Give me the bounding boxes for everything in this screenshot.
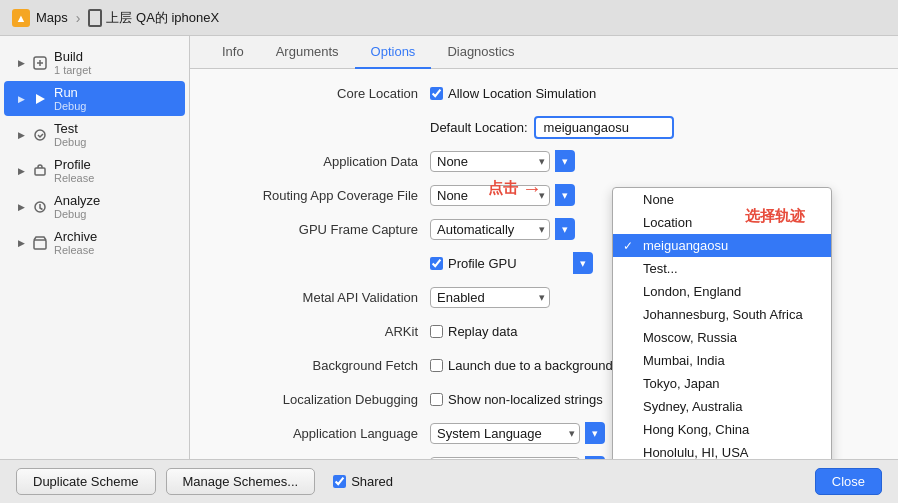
routing-select[interactable]: None <box>430 185 550 206</box>
app-language-select[interactable]: System Language <box>430 423 580 444</box>
allow-location-checkbox[interactable] <box>430 87 443 100</box>
app-region-wrapper: System Region <box>430 457 580 460</box>
label-core-location: Core Location <box>210 86 430 101</box>
dropdown-label-none: None <box>643 192 674 207</box>
app-language-wrapper: System Language <box>430 423 580 444</box>
archive-icon <box>32 235 48 251</box>
gpu-capture-wrapper: Automatically <box>430 219 550 240</box>
manage-schemes-button[interactable]: Manage Schemes... <box>166 468 316 495</box>
sidebar-item-profile[interactable]: ▶ Profile Release <box>4 153 185 188</box>
expand-icon-test: ▶ <box>16 130 26 140</box>
dropdown-item-none[interactable]: None <box>613 188 831 211</box>
svg-rect-5 <box>34 240 46 249</box>
allow-location-label[interactable]: Allow Location Simulation <box>430 86 596 101</box>
label-gpu-capture: GPU Frame Capture <box>210 222 430 237</box>
dropdown-item-johannesburg[interactable]: Johannesburg, South Africa <box>613 303 831 326</box>
sidebar: ▶ Build 1 target ▶ Run Debug ▶ <box>0 36 190 459</box>
form-area: Core Location Allow Location Simulation … <box>190 69 898 459</box>
device-label: 上层 QA的 iphoneX <box>88 9 219 27</box>
dropdown-item-tokyo[interactable]: Tokyo, Japan <box>613 372 831 395</box>
form-row-app-data: Application Data None ▾ <box>210 149 878 173</box>
metal-wrapper: Enabled <box>430 287 550 308</box>
sidebar-item-analyze[interactable]: ▶ Analyze Debug <box>4 189 185 224</box>
tabs-bar: Info Arguments Options Diagnostics <box>190 36 898 69</box>
app-data-select-wrapper: None <box>430 151 550 172</box>
app-region-arrow[interactable]: ▾ <box>585 456 605 459</box>
sidebar-item-build[interactable]: ▶ Build 1 target <box>4 45 185 80</box>
app-region-select[interactable]: System Region <box>430 457 580 460</box>
gpu-capture-select[interactable]: Automatically <box>430 219 550 240</box>
build-icon <box>32 55 48 71</box>
profile-gpu-checkbox[interactable] <box>430 257 443 270</box>
expand-icon-run: ▶ <box>16 94 26 104</box>
expand-icon: ▶ <box>16 58 26 68</box>
dropdown-item-honolulu[interactable]: Honolulu, HI, USA <box>613 441 831 459</box>
metal-select[interactable]: Enabled <box>430 287 550 308</box>
profile-gpu-arrow[interactable]: ▾ <box>573 252 593 274</box>
dropdown-item-moscow[interactable]: Moscow, Russia <box>613 326 831 349</box>
dropdown-item-test[interactable]: Test... <box>613 257 831 280</box>
bottom-bar: Duplicate Scheme Manage Schemes... Share… <box>0 459 898 503</box>
shared-container: Shared <box>333 474 393 489</box>
svg-marker-1 <box>36 94 45 104</box>
gpu-capture-arrow[interactable]: ▾ <box>555 218 575 240</box>
sidebar-item-test[interactable]: ▶ Test Debug <box>4 117 185 152</box>
profile-gpu-text: Profile GPU <box>448 256 517 271</box>
shared-checkbox[interactable] <box>333 475 346 488</box>
label-localization: Localization Debugging <box>210 392 430 407</box>
label-metal: Metal API Validation <box>210 290 430 305</box>
dropdown-item-location[interactable]: Location <box>613 211 831 234</box>
sidebar-item-profile-name: Profile <box>54 157 94 172</box>
label-arkit: ARKit <box>210 324 430 339</box>
tab-diagnostics[interactable]: Diagnostics <box>431 36 530 69</box>
routing-arrow[interactable]: ▾ <box>555 184 575 206</box>
dropdown-label-meiguangaosu: meiguangaosu <box>643 238 728 253</box>
control-app-data: None ▾ <box>430 150 878 172</box>
dropdown-label-location: Location <box>643 215 692 230</box>
location-dropdown: None Location ✓ meiguangaosu Test... Lon… <box>612 187 832 459</box>
app-language-arrow[interactable]: ▾ <box>585 422 605 444</box>
svg-rect-3 <box>35 168 45 175</box>
main-container: ▶ Build 1 target ▶ Run Debug ▶ <box>0 36 898 459</box>
profile-gpu-label[interactable]: Profile GPU <box>430 256 517 271</box>
sidebar-item-run[interactable]: ▶ Run Debug <box>4 81 185 116</box>
label-app-language: Application Language <box>210 426 430 441</box>
dropdown-item-sydney[interactable]: Sydney, Australia <box>613 395 831 418</box>
sidebar-item-run-name: Run <box>54 85 86 100</box>
sidebar-item-archive[interactable]: ▶ Archive Release <box>4 225 185 260</box>
sidebar-item-archive-name: Archive <box>54 229 97 244</box>
dropdown-item-mumbai[interactable]: Mumbai, India <box>613 349 831 372</box>
dropdown-label-test: Test... <box>643 261 678 276</box>
bg-fetch-checkbox[interactable] <box>430 359 443 372</box>
title-bar: ▲ Maps › 上层 QA的 iphoneX <box>0 0 898 36</box>
tab-info[interactable]: Info <box>206 36 260 69</box>
dropdown-item-hongkong[interactable]: Hong Kong, China <box>613 418 831 441</box>
localization-checkbox[interactable] <box>430 393 443 406</box>
dropdown-item-london[interactable]: London, England <box>613 280 831 303</box>
routing-select-wrapper: None <box>430 185 550 206</box>
arkit-checkbox[interactable] <box>430 325 443 338</box>
check-meiguangaosu: ✓ <box>623 239 637 253</box>
tab-options[interactable]: Options <box>355 36 432 69</box>
sidebar-item-build-sub: 1 target <box>54 64 91 76</box>
form-row-core-location: Core Location Allow Location Simulation <box>210 81 878 105</box>
default-location-field[interactable]: meiguangaosu <box>534 116 674 139</box>
duplicate-scheme-button[interactable]: Duplicate Scheme <box>16 468 156 495</box>
dropdown-label-moscow: Moscow, Russia <box>643 330 737 345</box>
allow-location-text: Allow Location Simulation <box>448 86 596 101</box>
control-core-location: Allow Location Simulation <box>430 86 878 101</box>
sidebar-item-analyze-name: Analyze <box>54 193 100 208</box>
localization-text: Show non-localized strings <box>448 392 603 407</box>
arkit-label[interactable]: Replay data <box>430 324 517 339</box>
dropdown-item-meiguangaosu[interactable]: ✓ meiguangaosu <box>613 234 831 257</box>
close-button[interactable]: Close <box>815 468 882 495</box>
app-data-arrow[interactable]: ▾ <box>555 150 575 172</box>
label-routing: Routing App Coverage File <box>210 188 430 203</box>
sidebar-item-archive-sub: Release <box>54 244 97 256</box>
localization-label[interactable]: Show non-localized strings <box>430 392 603 407</box>
shared-label: Shared <box>351 474 393 489</box>
arkit-text: Replay data <box>448 324 517 339</box>
dropdown-label-hongkong: Hong Kong, China <box>643 422 749 437</box>
app-data-select[interactable]: None <box>430 151 550 172</box>
tab-arguments[interactable]: Arguments <box>260 36 355 69</box>
